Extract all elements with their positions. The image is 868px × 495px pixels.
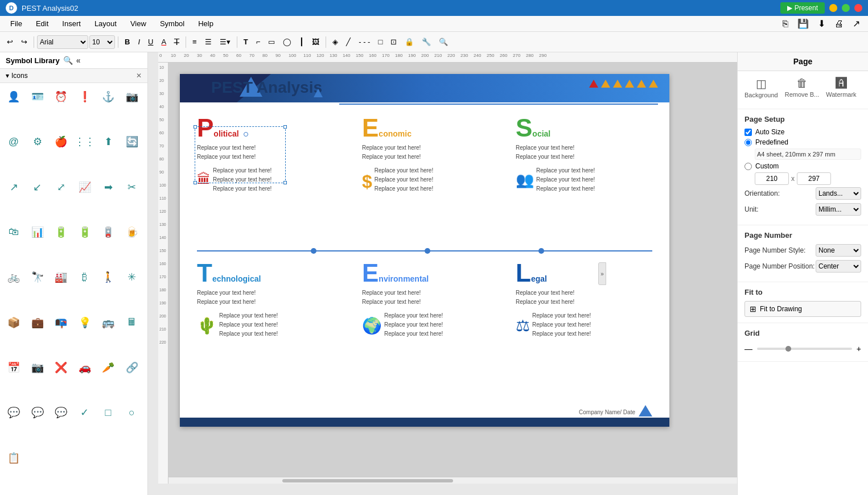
icon-at[interactable]: @ bbox=[3, 131, 24, 152]
icon-refresh[interactable]: 🔄 bbox=[122, 131, 142, 152]
text-tool-button[interactable]: T bbox=[240, 36, 252, 48]
menu-edit[interactable]: Edit bbox=[30, 17, 54, 30]
icon-bluetooth[interactable]: ✳ bbox=[122, 267, 142, 287]
icon-expand[interactable]: ⤢ bbox=[51, 177, 71, 197]
grid-slider[interactable] bbox=[757, 348, 852, 350]
icon-briefcase[interactable]: 💼 bbox=[27, 312, 48, 333]
font-color-button[interactable]: A bbox=[158, 36, 170, 48]
icon-camera[interactable]: 📷 bbox=[122, 86, 142, 107]
icon-chart[interactable]: 📊 bbox=[27, 222, 48, 242]
shape-rect-button[interactable]: ▭ bbox=[265, 36, 278, 48]
icon-battery-full[interactable]: 🔋 bbox=[51, 222, 71, 242]
download-button[interactable]: ⬇ bbox=[814, 16, 829, 31]
diagram-page[interactable]: PEST Analysis bbox=[180, 74, 669, 427]
redo-button[interactable]: ↪ bbox=[18, 36, 31, 48]
icon-bag[interactable]: 🛍 bbox=[3, 222, 24, 242]
section-political[interactable]: P olitical Replace your text here! Repla… bbox=[197, 114, 339, 193]
section-economic[interactable]: E conomic Replace your text here! Replac… bbox=[362, 114, 493, 196]
close-button[interactable] bbox=[854, 4, 862, 12]
section-legal[interactable]: L egal Replace your text here! Replace y… bbox=[516, 259, 647, 339]
handle-bl[interactable] bbox=[194, 181, 197, 184]
shape-circle-button[interactable]: ◯ bbox=[279, 36, 295, 48]
line-color-button[interactable]: ╱ bbox=[343, 36, 354, 48]
grid-slider-thumb[interactable] bbox=[785, 346, 791, 352]
menu-layout[interactable]: Layout bbox=[89, 17, 122, 30]
section-technological[interactable]: T echnological Replace your text here! R… bbox=[197, 259, 339, 339]
present-button[interactable]: ▶ Present bbox=[780, 2, 825, 14]
unit-select[interactable]: Millim... Inches Points bbox=[816, 203, 861, 216]
sidebar-search-icon[interactable]: 🔍 bbox=[63, 56, 73, 65]
icon-grid[interactable]: ⋮⋮ bbox=[75, 131, 95, 152]
icon-bus[interactable]: 🚌 bbox=[98, 312, 118, 333]
icon-clipboard[interactable]: 📋 bbox=[3, 448, 24, 468]
h-scrollbar[interactable] bbox=[168, 477, 737, 484]
pn-style-select[interactable]: None 1, 2, 3 i, ii, iii bbox=[816, 244, 861, 257]
icon-circle[interactable]: ○ bbox=[122, 402, 142, 423]
icon-card[interactable]: 🪪 bbox=[27, 86, 48, 107]
export-button[interactable]: ⎘ bbox=[779, 17, 792, 31]
right-panel-collapse-button[interactable]: » bbox=[598, 262, 606, 285]
icon-chat2[interactable]: 💬 bbox=[51, 402, 71, 423]
predefined-radio[interactable] bbox=[744, 139, 752, 146]
minimize-button[interactable] bbox=[829, 4, 837, 12]
fill-color-button[interactable]: ◈ bbox=[329, 36, 342, 48]
shadow-button[interactable]: ⊡ bbox=[387, 36, 400, 48]
icon-bike[interactable]: 🚲 bbox=[3, 267, 24, 287]
icon-alert[interactable]: ❗ bbox=[75, 86, 95, 107]
border-button[interactable]: □ bbox=[375, 36, 386, 48]
icon-cancel[interactable]: ❌ bbox=[51, 357, 71, 378]
pn-position-select[interactable]: Center Left Right bbox=[816, 260, 861, 273]
icon-car[interactable]: 🚗 bbox=[75, 357, 95, 378]
icon-binoculars[interactable]: 🔭 bbox=[27, 267, 48, 287]
menu-help[interactable]: Help bbox=[192, 17, 219, 30]
maximize-button[interactable] bbox=[842, 4, 850, 12]
italic-button[interactable]: I bbox=[134, 36, 143, 48]
icon-bitcoin[interactable]: ₿ bbox=[75, 267, 95, 287]
font-size-selector[interactable]: 8 10 12 14 16 bbox=[89, 35, 115, 49]
icon-speech[interactable]: 💬 bbox=[27, 402, 48, 423]
font-selector[interactable]: Arial Times New Roman Verdana bbox=[37, 35, 88, 49]
print-button[interactable]: 🖨 bbox=[831, 17, 847, 31]
icon-check[interactable]: ✓ bbox=[75, 402, 95, 423]
handle-tl[interactable] bbox=[194, 125, 197, 129]
grid-plus-button[interactable]: + bbox=[857, 344, 861, 353]
icon-anchor[interactable]: ⚓ bbox=[98, 86, 118, 107]
icon-checkbox-empty[interactable]: □ bbox=[98, 402, 118, 423]
menu-symbol[interactable]: Symbol bbox=[154, 17, 190, 30]
auto-size-checkbox[interactable] bbox=[744, 129, 752, 136]
icon-calculator[interactable]: 🖩 bbox=[122, 312, 142, 333]
underline-button[interactable]: U bbox=[145, 36, 157, 48]
icon-chain[interactable]: 🔗 bbox=[122, 357, 142, 378]
fit-to-drawing-button[interactable]: ⊞ Fit to Drawing bbox=[744, 301, 861, 317]
icon-arrow-se[interactable]: ↙ bbox=[27, 177, 48, 197]
search-toolbar-button[interactable]: 🔍 bbox=[435, 36, 451, 48]
canvas-scroll[interactable]: 10 20 30 40 50 60 70 80 90 100 110 120 1… bbox=[158, 63, 737, 484]
icons-section-close[interactable]: ✕ bbox=[136, 72, 142, 80]
section-social[interactable]: S ocial Replace your text here! Replace … bbox=[516, 114, 647, 193]
h-scrollbar-thumb[interactable] bbox=[282, 479, 453, 482]
custom-radio[interactable] bbox=[744, 163, 752, 170]
icon-calendar[interactable]: 📅 bbox=[3, 357, 24, 378]
width-input[interactable] bbox=[755, 172, 789, 185]
strikethrough-button[interactable]: T̶ bbox=[171, 35, 183, 49]
icon-person[interactable]: 👤 bbox=[3, 86, 24, 107]
menu-view[interactable]: View bbox=[125, 17, 152, 30]
icon-up-arrow[interactable]: ⬆ bbox=[98, 131, 118, 152]
icon-bulb[interactable]: 💡 bbox=[75, 312, 95, 333]
icon-battery-half[interactable]: 🔋 bbox=[75, 222, 95, 242]
icon-scissors[interactable]: ✂ bbox=[122, 177, 142, 197]
icon-apple[interactable]: 🍎 bbox=[51, 131, 71, 152]
align-center-button[interactable]: ☰ bbox=[201, 36, 215, 48]
handle-br[interactable] bbox=[283, 181, 287, 184]
icon-beer[interactable]: 🍺 bbox=[122, 222, 142, 242]
icon-carrot[interactable]: 🥕 bbox=[98, 357, 118, 378]
icon-battery-low[interactable]: 🪫 bbox=[98, 222, 118, 242]
height-input[interactable] bbox=[797, 172, 831, 185]
format-button[interactable]: 🔧 bbox=[418, 36, 434, 48]
image-button[interactable]: 🖼 bbox=[308, 36, 323, 48]
orientation-select[interactable]: Lands... Portrait bbox=[816, 187, 861, 200]
handle-tr[interactable] bbox=[283, 125, 287, 129]
section-chevron-icon[interactable]: ▾ bbox=[6, 72, 9, 80]
save-button[interactable]: 💾 bbox=[794, 16, 812, 31]
menu-insert[interactable]: Insert bbox=[56, 17, 87, 30]
